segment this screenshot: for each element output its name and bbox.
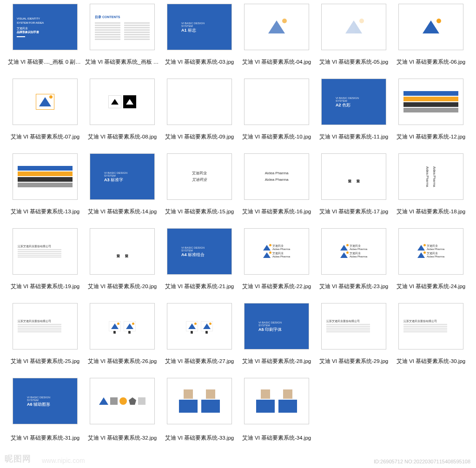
file-item[interactable]: 艾迪 VI 基础要素系统-04.jpg [238,4,315,66]
file-item[interactable]: 江苏艾迪药业股份有限公司 江苏艾迪药业股份有限公司艾迪 VI 基础要素系统-26… [84,303,161,365]
thumbnail[interactable]: 目录 CONTENTS [90,4,155,50]
file-caption: 艾迪 VI 基础要素系统-31.jpg [11,435,79,442]
file-caption: 艾迪 VI 基础要素系统-06.jpg [397,59,465,66]
thumbnail[interactable] [244,4,309,50]
thumbnail[interactable]: VI BASIC DESIGNSYSTEM A3 标准字 [90,153,155,200]
logo-grid [273,92,280,112]
thumbnail[interactable]: 艾迪药业艾迪药业 [90,228,155,275]
thumbnail[interactable]: VI BASIC DESIGNSYSTEM A1 标志 [167,4,232,50]
section-sub: VI BASIC DESIGNSYSTEM [27,396,77,402]
file-item[interactable]: 艾迪药业Aidea Pharma 艾迪药业Aidea Pharma艾迪 VI 基… [238,228,315,290]
contents-header: 目录 CONTENTS [90,13,154,21]
file-item[interactable]: 艾迪 VI 基础要素系统-06.jpg [392,4,469,66]
file-caption: 艾迪 VI 基础要素系统-33.jpg [165,435,234,442]
thumbnail[interactable]: 艾迪药业Aidea Pharma 艾迪药业Aidea Pharma [244,228,309,275]
thumbnail[interactable]: 江苏艾迪药业股份有限公司 [13,228,78,275]
thumbnail[interactable]: Aidea PharmaAidea Pharma [398,153,463,200]
file-item[interactable]: 艾迪药业艾迪药业艾迪 VI 基础要素系统-17.jpg [315,153,392,215]
logo-mark [345,20,362,33]
file-caption: 艾迪 VI 基础要素系统_画板 1.jpg [85,59,159,66]
thumbnail[interactable]: Aidea PharmaAidea Pharma [244,153,309,200]
file-item[interactable]: 艾迪药业艾迪药业艾迪 VI 基础要素系统-20.jpg [84,228,161,290]
thumbnail[interactable]: 江苏艾迪药业股份有限公司 江苏艾迪药业股份有限公司 [90,303,155,349]
file-item[interactable]: 江苏艾迪药业股份有限公司 艾迪 VI 基础要素系统-25.jpg [7,303,84,365]
thumbnail[interactable] [167,79,232,125]
thumbnail[interactable] [244,378,309,424]
file-item[interactable]: VI BASIC DESIGNSYSTEM A4 标准组合艾迪 VI 基础要素系… [161,228,238,290]
file-caption: 艾迪 VI 基础要素系统-20.jpg [88,283,157,290]
file-item[interactable]: 艾迪药业Aidea Pharma 艾迪药业Aidea Pharma艾迪 VI 基… [315,228,392,290]
thumbnail[interactable]: VI BASIC DESIGNSYSTEM A5 印刷字体 [244,303,309,349]
file-item[interactable]: VISUAL IDENTITYSYSTEM FOR AIDEA 艾迪药业 品牌形… [7,4,84,66]
file-caption: 艾迪 VI 基础要素系统-28.jpg [242,358,311,365]
file-item[interactable]: 艾迪 VI 基础要素系统-12.jpg [392,79,469,140]
file-item[interactable]: 艾迪 VI 基础要素系统-13.jpg [7,153,84,215]
logo-lockup: 艾迪药业Aidea Pharma 艾迪药业Aidea Pharma [263,244,290,260]
thumbnail[interactable]: VI BASIC DESIGNSYSTEM A2 色彩 [321,79,386,125]
file-item[interactable]: 艾迪药业Aidea Pharma 艾迪药业Aidea Pharma艾迪 VI 基… [392,228,469,290]
thumbnail[interactable] [244,79,309,125]
thumbnail[interactable] [398,79,463,125]
thumbnail[interactable] [398,4,463,50]
file-item[interactable]: 艾迪 VI 基础要素系统-32.jpg [84,378,161,440]
file-item[interactable]: 艾迪 VI 基础要素系统-07.jpg [7,79,84,140]
vertical-lockup: 江苏艾迪药业股份有限公司 江苏艾迪药业股份有限公司 [109,321,136,331]
file-item[interactable]: 艾迪药业艾迪药业艾迪 VI 基础要素系统-15.jpg [161,153,238,215]
thumbnail[interactable]: 江苏艾迪药业股份有限公司 江苏艾迪药业股份有限公司 [167,303,232,349]
file-item[interactable]: 艾迪 VI 基础要素系统-08.jpg [84,79,161,140]
file-item[interactable]: VI BASIC DESIGNSYSTEM A3 标准字艾迪 VI 基础要素系统… [84,153,161,215]
file-caption: 艾迪 VI 基础要素系统-26.jpg [88,358,157,365]
file-item[interactable]: VI BASIC DESIGNSYSTEM A1 标志艾迪 VI 基础要素系统-… [161,4,238,66]
image-meta: ID:26905712 NO:20220307115408595108 [374,459,470,464]
file-caption: 艾迪 VI 基础要素系统-10.jpg [242,133,311,140]
thumbnail[interactable]: VI BASIC DESIGNSYSTEM A4 标准组合 [167,228,232,275]
color-swatches [13,166,77,187]
section-label: A4 标准组合 [181,252,231,258]
thumbnail[interactable]: VISUAL IDENTITYSYSTEM FOR AIDEA 艾迪药业 品牌形… [13,4,78,50]
thumbnail[interactable] [321,4,386,50]
cover-text: VISUAL IDENTITYSYSTEM FOR AIDEA 艾迪药业 品牌形… [13,17,77,37]
logo-mark [423,20,439,33]
thumbnail[interactable]: 江苏艾迪药业股份有限公司 [398,303,463,349]
text-paragraph: 江苏艾迪药业股份有限公司 [399,317,463,335]
thumbnail[interactable]: 江苏艾迪药业股份有限公司 [13,303,78,349]
file-caption: 艾迪 VI 基础要素系统-14.jpg [88,208,157,215]
file-item[interactable]: VI BASIC DESIGNSYSTEM A6 辅助图形艾迪 VI 基础要素系… [7,378,84,440]
people-sample [177,388,222,415]
file-item[interactable]: 艾迪 VI 基础要素系统-05.jpg [315,4,392,66]
file-item[interactable]: 艾迪 VI 基础要素系统-10.jpg [238,79,315,140]
file-item[interactable]: Aidea PharmaAidea Pharma艾迪 VI 基础要素系统-16.… [238,153,315,215]
file-item[interactable]: 江苏艾迪药业股份有限公司 江苏艾迪药业股份有限公司艾迪 VI 基础要素系统-27… [161,303,238,365]
file-item[interactable]: 艾迪 VI 基础要素系统-34.jpg [238,378,315,440]
thumbnail[interactable] [90,79,155,125]
file-item[interactable]: 江苏艾迪药业股份有限公司 艾迪 VI 基础要素系统-29.jpg [315,303,392,365]
section-label: A2 色彩 [336,102,386,108]
file-item[interactable]: VI BASIC DESIGNSYSTEM A5 印刷字体艾迪 VI 基础要素系… [238,303,315,365]
thumbnail[interactable]: 艾迪药业Aidea Pharma 艾迪药业Aidea Pharma [398,228,463,275]
file-caption: 艾迪 VI 基础要素系统-19.jpg [11,283,79,290]
shape-row [99,397,145,405]
watermark-url: www.nipic.com [42,457,85,464]
file-item[interactable]: 艾迪 VI 基础要素系统-09.jpg [161,79,238,140]
thumbnail[interactable]: VI BASIC DESIGNSYSTEM A6 辅助图形 [13,378,78,424]
section-sub: VI BASIC DESIGNSYSTEM [258,321,309,327]
file-item[interactable]: Aidea PharmaAidea Pharma艾迪 VI 基础要素系统-18.… [392,153,469,215]
thumbnail[interactable] [13,79,78,125]
file-item[interactable]: 目录 CONTENTS 艾迪 VI 基础要素系统_画板 1.jpg [84,4,161,66]
file-caption: 艾迪 VI 基础要素系统-34.jpg [242,435,311,442]
thumbnail[interactable]: 艾迪药业艾迪药业 [167,153,232,200]
thumbnail[interactable]: 艾迪药业Aidea Pharma 艾迪药业Aidea Pharma [321,228,386,275]
file-item[interactable]: 艾迪 VI 基础要素系统-33.jpg [161,378,238,440]
thumbnail[interactable] [13,153,78,200]
thumbnail[interactable]: 艾迪药业艾迪药业 [321,153,386,200]
thumbnail[interactable] [167,378,232,424]
file-caption: 艾迪 VI 基础要...._画板 0 副本.jpg [8,59,82,66]
vertical-lockup: 江苏艾迪药业股份有限公司 江苏艾迪药业股份有限公司 [186,321,213,331]
file-caption: 艾迪 VI 基础要素系统-08.jpg [88,133,157,140]
file-item[interactable]: VI BASIC DESIGNSYSTEM A2 色彩艾迪 VI 基础要素系统-… [315,79,392,140]
thumbnail[interactable]: 江苏艾迪药业股份有限公司 [321,303,386,349]
thumbnail[interactable] [90,378,155,424]
file-item[interactable]: 江苏艾迪药业股份有限公司 艾迪 VI 基础要素系统-30.jpg [392,303,469,365]
file-item[interactable]: 江苏艾迪药业股份有限公司 艾迪 VI 基础要素系统-19.jpg [7,228,84,290]
file-caption: 艾迪 VI 基础要素系统-32.jpg [88,435,157,442]
